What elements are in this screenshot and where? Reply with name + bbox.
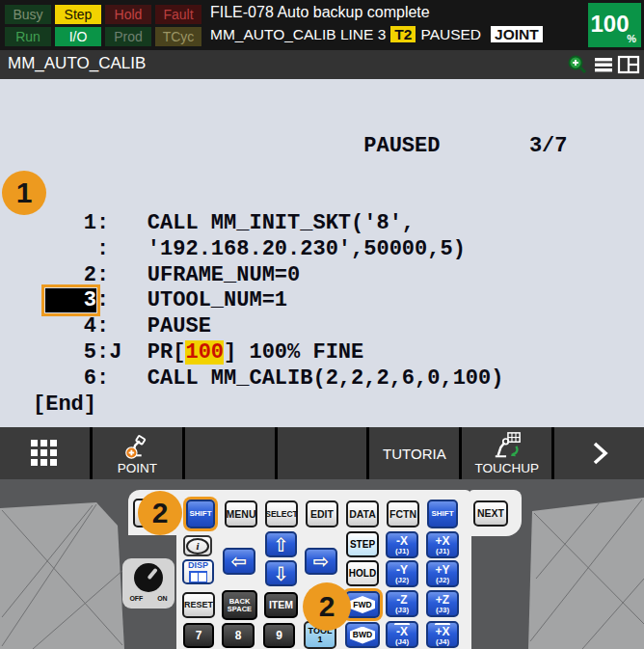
cursor-highlight: 3 [45, 288, 96, 312]
register-highlight: 100 [185, 340, 224, 365]
key-fctn[interactable]: FCTN [387, 500, 419, 527]
key-jog-plus-y-j2[interactable]: +Y(J2) [426, 560, 459, 587]
key-arrow-down[interactable]: ⇩ [265, 560, 297, 586]
program-line-5[interactable]: 4: PAUSE [33, 314, 567, 340]
teach-pendant-screen: BusyStepHoldFaultRunI/OProdTCyc FILE-078… [0, 0, 644, 649]
program-status-line: MM_AUTO_CALIB LINE 3T2PAUSEDJOINT [210, 26, 543, 43]
status-led-grid: BusyStepHoldFaultRunI/OProdTCyc [5, 5, 201, 46]
info-icon: i [186, 538, 209, 554]
key-backspace[interactable]: BACKSPACE [222, 590, 257, 620]
dual-pane-icon [189, 571, 207, 582]
program-reference: MM_AUTO_CALIB LINE 3 [210, 26, 386, 42]
key-arrow-down-icon: ⇩ [273, 564, 289, 583]
program-line-1[interactable]: 1: CALL MM_INIT_SKT('8', [33, 211, 567, 237]
status-led-fault: Fault [155, 5, 201, 24]
joint-coord-badge: JOINT [491, 26, 543, 42]
key-9[interactable]: 9 [263, 623, 295, 648]
zoom-icon[interactable] [567, 54, 590, 75]
key-shift-right[interactable]: SHIFT [427, 500, 458, 528]
speed-override-box[interactable]: 100 % [588, 3, 641, 47]
key-arrow-up-icon: ⇧ [273, 535, 289, 554]
program-line-7[interactable]: 6: CALL MM_CALIB(2,2,2,6,0,100) [33, 366, 567, 392]
program-line-8[interactable]: [End] [33, 392, 567, 419]
onoff-knob[interactable] [134, 563, 163, 592]
point-label: POINT [118, 461, 157, 475]
key-jog-minus-x-j4[interactable]: -X(J4) [386, 621, 418, 648]
next-page-button[interactable] [554, 427, 644, 479]
key-item[interactable]: ITEM [264, 592, 298, 618]
key-jog-minus-x-j1[interactable]: -X(J1) [386, 531, 418, 558]
key-jog-plus-x-j4[interactable]: +X(J4) [426, 621, 459, 648]
status-led-busy: Busy [5, 5, 51, 24]
toolbar-empty-2[interactable] [278, 427, 367, 479]
callout-circle-2: 2 [138, 491, 182, 535]
tutorial-button[interactable]: TUTORIA [369, 427, 459, 479]
key-step[interactable]: STEP [346, 531, 379, 557]
key-next[interactable]: NEXT [473, 500, 508, 527]
key-disp[interactable]: DISP [182, 559, 214, 584]
chevron-right-icon [587, 439, 612, 468]
status-led-io: I/O [55, 27, 101, 46]
program-view: PAUSED3/7 1: CALL MM_INIT_SKT('8', : '19… [0, 79, 644, 427]
key-arrow-right[interactable]: ⇨ [305, 548, 337, 575]
system-message: FILE-078 Auto backup complete [210, 4, 430, 21]
callout-circle-1: 1 [2, 171, 46, 215]
program-listing: PAUSED3/7 1: CALL MM_INIT_SKT('8', : '19… [0, 79, 567, 418]
key-reset[interactable]: RESET [182, 592, 215, 618]
key-hold[interactable]: HOLD [346, 560, 379, 586]
key-info[interactable]: i [183, 535, 212, 556]
status-led-step: Step [55, 5, 101, 24]
split-screen-icon[interactable] [617, 54, 640, 75]
title-bar: MM_AUTO_CALIB [0, 50, 644, 79]
speed-value: 100 [588, 11, 631, 38]
program-line-4[interactable]: 3: UTOOL_NUM=1 [33, 288, 567, 314]
paused-indicator: PAUSED [420, 26, 481, 42]
robot-point-icon [122, 431, 151, 460]
status-led-hold: Hold [105, 5, 151, 24]
window-title: MM_AUTO_CALIB [8, 54, 146, 73]
status-led-run: Run [5, 27, 51, 46]
key-arrow-up[interactable]: ⇧ [265, 531, 297, 557]
bottom-toolbar: POINT TUTORIA TOUCHUP [0, 427, 644, 479]
key-bwd[interactable]: BWD [345, 622, 380, 648]
point-button[interactable]: POINT [93, 427, 182, 479]
key-jog-plus-z-j3[interactable]: +Z(J3) [426, 590, 459, 617]
menu-icon[interactable] [592, 54, 615, 75]
key-7[interactable]: 7 [183, 623, 214, 648]
speed-percent-sign: % [627, 33, 636, 44]
program-line-2[interactable]: : '192.168.20.230',50000,5) [33, 237, 567, 263]
program-header-line: PAUSED3/7 [33, 134, 567, 160]
program-line-3[interactable]: 2: UFRAME_NUM=0 [33, 263, 567, 289]
status-led-tcyc: TCyc [155, 27, 201, 46]
key-arrow-left[interactable]: ⇦ [223, 548, 255, 575]
onoff-switch-plate: OFF ON [122, 558, 174, 608]
key-arrow-left-icon: ⇦ [231, 552, 248, 571]
key-data[interactable]: DATA [346, 500, 379, 527]
key-edit[interactable]: EDIT [306, 500, 338, 527]
status-led-prod: Prod [105, 27, 151, 46]
touchup-label: TOUCHUP [474, 461, 539, 475]
knob-off-label: OFF [129, 595, 143, 602]
callout-circle-2b: 2 [303, 582, 351, 631]
knob-on-label: ON [157, 595, 168, 602]
key-jog-minus-y-j2[interactable]: -Y(J2) [386, 560, 418, 587]
key-jog-plus-x-j1[interactable]: +X(J1) [426, 531, 459, 558]
program-line-6[interactable]: 5:J PR[100] 100% FINE [33, 340, 567, 366]
tutorial-label: TUTORIA [383, 446, 446, 462]
program-line-position: 3/7 [529, 134, 568, 158]
menu-grid-button[interactable] [0, 427, 90, 479]
key-arrow-right-icon: ⇨ [313, 552, 330, 571]
t2-mode-badge: T2 [390, 26, 416, 42]
key-menu[interactable]: MENU [225, 500, 257, 527]
robot-touchup-icon [492, 431, 523, 460]
key-jog-minus-z-j3[interactable]: -Z(J3) [386, 590, 418, 617]
program-paused-status: PAUSED [363, 134, 440, 158]
status-bar: BusyStepHoldFaultRunI/OProdTCyc FILE-078… [0, 0, 644, 50]
grid-icon [31, 440, 58, 467]
key-shift-left[interactable]: SHIFT [186, 500, 215, 528]
toolbar-empty-1[interactable] [185, 427, 275, 479]
key-select[interactable]: SELECT [265, 500, 298, 527]
key-8[interactable]: 8 [222, 623, 255, 648]
touchup-button[interactable]: TOUCHUP [462, 427, 551, 479]
